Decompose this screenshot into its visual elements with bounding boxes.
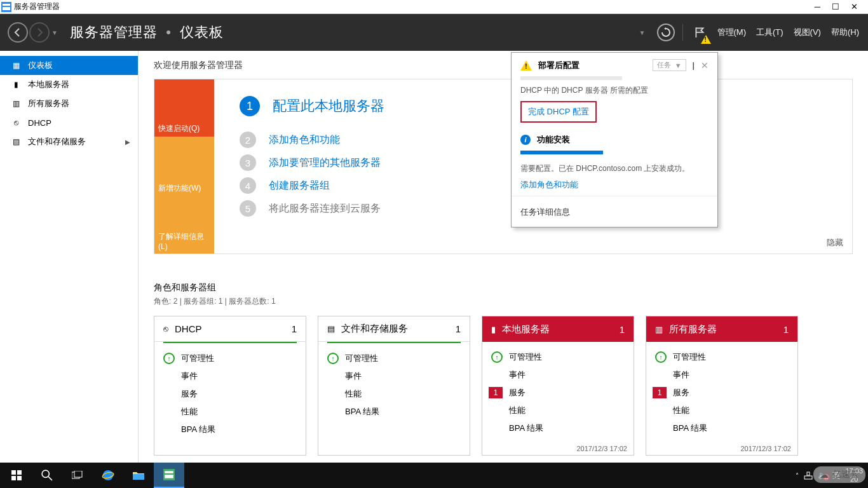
row-performance[interactable]: 性能: [491, 402, 625, 419]
chevron-right-icon: ▶: [125, 139, 130, 146]
progress-bar: [520, 76, 622, 80]
breadcrumb-current: 仪表板: [180, 24, 224, 40]
sidebar-item-label: 所有服务器: [28, 98, 69, 109]
card-timestamp: 2017/12/3 17:02: [646, 442, 797, 455]
step-text: 将此服务器连接到云服务: [269, 202, 381, 215]
row-manageability[interactable]: ↑可管理性: [655, 348, 789, 366]
back-button[interactable]: [8, 22, 28, 43]
taskbar-server-manager[interactable]: [154, 463, 184, 488]
group-card-local-server[interactable]: ▮ 本地服务器 1 ↑可管理性 事件 1服务 性能 BPA 结果 2017/12…: [482, 316, 634, 456]
row-performance[interactable]: 性能: [327, 385, 461, 403]
menu-tools[interactable]: 工具(T): [755, 24, 785, 41]
error-badge: 1: [489, 387, 503, 398]
row-bpa[interactable]: BPA 结果: [163, 421, 297, 438]
folder-icon: [133, 471, 144, 480]
windows-icon: [11, 470, 22, 480]
row-manageability[interactable]: ↑可管理性: [491, 348, 625, 366]
step-text: 配置此本地服务器: [273, 97, 384, 116]
network-icon[interactable]: [804, 471, 813, 480]
svg-point-7: [42, 470, 49, 477]
forward-button[interactable]: [29, 22, 50, 43]
row-events[interactable]: 事件: [163, 367, 297, 385]
add-roles-link[interactable]: 添加角色和功能: [520, 180, 578, 189]
refresh-button[interactable]: [657, 24, 675, 41]
server-icon: ▮: [491, 325, 496, 334]
row-performance[interactable]: 性能: [163, 403, 297, 421]
breadcrumb-separator-icon: •: [166, 24, 172, 40]
complete-dhcp-link[interactable]: 完成 DHCP 配置: [520, 101, 597, 123]
group-card-storage[interactable]: ▤ 文件和存储服务 1 ↑可管理性 事件 性能 BPA 结果: [318, 316, 470, 456]
up-arrow-icon: ↑: [327, 353, 339, 364]
warning-icon: [520, 60, 532, 71]
row-bpa[interactable]: BPA 结果: [327, 403, 461, 421]
start-button[interactable]: [1, 463, 32, 488]
tasks-dropdown[interactable]: 任务▼: [653, 59, 686, 71]
tile-whats-new[interactable]: 新增功能(W): [154, 137, 214, 196]
welcome-panel: 快速启动(Q) 新增功能(W) 了解详细信息(L) 1 配置此本地服务器 2 添…: [154, 79, 853, 254]
taskbar: ˄ 🔈✕ 英 17:03 20: [0, 463, 868, 488]
sidebar-item-label: 文件和存储服务: [28, 136, 86, 147]
svg-rect-5: [11, 476, 16, 480]
row-events[interactable]: 事件: [491, 366, 625, 384]
menu-help[interactable]: 帮助(H): [830, 24, 860, 41]
step-text: 添加要管理的其他服务器: [269, 156, 381, 170]
dashboard-icon: ▦: [11, 61, 20, 70]
task-view-button[interactable]: [62, 463, 93, 488]
row-events[interactable]: 事件: [655, 366, 789, 384]
row-services[interactable]: 服务: [163, 385, 297, 403]
minimize-button[interactable]: ─: [815, 2, 820, 12]
row-bpa[interactable]: BPA 结果: [655, 419, 789, 437]
svg-rect-15: [165, 471, 173, 473]
popup-close-button[interactable]: ✕: [701, 60, 709, 71]
menu-view[interactable]: 视图(V): [792, 24, 822, 41]
nav-history-dropdown[interactable]: ▼: [51, 22, 58, 43]
sidebar-item-label: 仪表板: [28, 60, 53, 71]
card-timestamp: 2017/12/3 17:02: [482, 442, 634, 455]
tile-quick-start[interactable]: 快速启动(Q): [154, 79, 214, 137]
sidebar-item-dhcp[interactable]: ⎋ DHCP: [0, 113, 138, 132]
dhcp-icon: ⎋: [11, 118, 20, 127]
menu-manage[interactable]: 管理(M): [716, 24, 748, 41]
maximize-button[interactable]: ☐: [832, 2, 839, 12]
server-icon: ▮: [11, 80, 20, 89]
svg-rect-2: [3, 7, 10, 10]
group-card-dhcp[interactable]: ⎋ DHCP 1 ↑可管理性 事件 服务 性能 BPA 结果: [154, 316, 306, 456]
group-card-all-servers[interactable]: ▥ 所有服务器 1 ↑可管理性 事件 1服务 性能 BPA 结果 2017/12…: [646, 316, 798, 456]
svg-rect-4: [17, 470, 22, 475]
taskbar-explorer[interactable]: [123, 463, 154, 488]
row-performance[interactable]: 性能: [655, 402, 789, 419]
app-header: ▼ 服务器管理器 • 仪表板 ▼ 管理(M) 工具(T) 视图(V) 帮助(H): [0, 14, 868, 51]
hide-link[interactable]: 隐藏: [827, 237, 843, 248]
task-view-icon: [72, 471, 83, 480]
info-icon: i: [520, 135, 531, 145]
groups-subtitle: 角色: 2 | 服务器组: 1 | 服务器总数: 1: [154, 296, 853, 307]
app-icon: [1, 2, 11, 12]
search-button[interactable]: [32, 463, 62, 488]
sidebar-item-dashboard[interactable]: ▦ 仪表板: [0, 56, 138, 75]
task-details-link[interactable]: 任务详细信息: [520, 203, 709, 222]
progress-bar: [520, 151, 603, 154]
breadcrumb-root[interactable]: 服务器管理器: [70, 24, 158, 40]
notifications-flag[interactable]: [691, 24, 709, 41]
row-manageability[interactable]: ↑可管理性: [163, 349, 297, 367]
row-events[interactable]: 事件: [327, 367, 461, 385]
step-text: 添加角色和功能: [269, 133, 340, 147]
close-button[interactable]: ✕: [851, 2, 858, 12]
sidebar-item-local-server[interactable]: ▮ 本地服务器: [0, 75, 138, 94]
row-manageability[interactable]: ↑可管理性: [327, 349, 461, 367]
step-text: 创建服务器组: [269, 179, 330, 193]
notif-dropdown-icon[interactable]: ▼: [639, 29, 646, 36]
row-services[interactable]: 1服务: [655, 384, 789, 402]
row-bpa[interactable]: BPA 结果: [491, 419, 625, 437]
breadcrumb: 服务器管理器 • 仪表板: [70, 23, 639, 42]
row-services[interactable]: 1服务: [491, 384, 625, 402]
storage-icon: ▤: [11, 137, 20, 146]
sidebar-item-all-servers[interactable]: ▥ 所有服务器: [0, 94, 138, 113]
tray-up-icon[interactable]: ˄: [796, 472, 799, 479]
taskbar-ie[interactable]: [93, 463, 123, 488]
cloud-icon: ☁: [820, 470, 829, 480]
step-number: 4: [240, 177, 256, 194]
tile-learn-more[interactable]: 了解详细信息(L): [154, 196, 214, 254]
sidebar-item-storage[interactable]: ▤ 文件和存储服务 ▶: [0, 132, 138, 151]
popup-title: 部署后配置: [538, 60, 646, 71]
